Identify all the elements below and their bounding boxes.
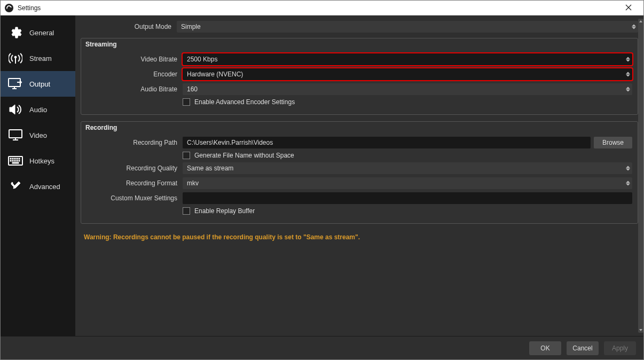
muxer-input[interactable] [183,192,632,204]
replay-buffer-checkbox[interactable]: Enable Replay Buffer [183,207,255,215]
close-icon [625,4,632,11]
recording-format-dropdown[interactable]: mkv [183,177,632,189]
sidebar-item-advanced[interactable]: Advanced [1,174,75,199]
recording-quality-value: Same as stream [187,165,233,172]
svg-rect-19 [17,160,18,161]
dropdown-chevrons-icon [626,181,630,186]
recording-quality-dropdown[interactable]: Same as stream [183,162,632,174]
svg-point-2 [14,56,17,58]
muxer-label: Custom Muxer Settings [87,194,183,202]
spinner-icon [626,57,630,62]
output-mode-label: Output Mode [81,23,177,30]
svg-rect-16 [10,160,11,161]
recording-path-label: Recording Path [87,139,183,146]
checkbox-icon [183,98,190,106]
sidebar-item-label: Advanced [29,183,60,191]
svg-rect-13 [14,158,15,159]
sidebar-item-audio[interactable]: Audio [1,97,75,122]
body: General Stream Output Audio Video Hotkey… [1,15,643,336]
recording-group: Recording Recording Path C:\Users\Kevin.… [81,121,638,224]
apply-button[interactable]: Apply [604,341,636,355]
filename-no-space-checkbox[interactable]: Generate File Name without Space [183,152,294,159]
sidebar-item-label: General [29,29,54,37]
warning-text: Warning: Recordings cannot be paused if … [81,230,638,244]
window-close-button[interactable] [618,3,639,13]
sidebar-item-video[interactable]: Video [1,122,75,148]
keyboard-icon [8,154,23,167]
svg-rect-14 [17,158,18,159]
encoder-dropdown[interactable]: Hardware (NVENC) [183,68,632,80]
output-icon [8,77,23,90]
streaming-group: Streaming Video Bitrate 2500 Kbps Encode… [81,38,638,115]
settings-window: Settings General Stream Output Audio [0,0,644,360]
recording-quality-label: Recording Quality [87,165,183,172]
advanced-encoder-text: Enable Advanced Encoder Settings [194,98,295,106]
streaming-title: Streaming [85,41,632,48]
video-bitrate-value: 2500 Kbps [187,56,217,63]
checkbox-icon [183,207,190,215]
dropdown-chevrons-icon [626,87,630,92]
recording-format-value: mkv [187,179,199,187]
recording-format-label: Recording Format [87,179,183,187]
encoder-value: Hardware (NVENC) [187,71,243,78]
scroll-area: Output Mode Simple Streaming Video Bitra… [75,15,643,336]
output-mode-row: Output Mode Simple [81,21,638,33]
dropdown-chevrons-icon [626,72,630,77]
svg-rect-20 [19,160,20,161]
svg-rect-21 [12,162,19,163]
recording-path-input[interactable]: C:\Users\Kevin.Parrish\Videos [183,137,591,148]
advanced-encoder-checkbox[interactable]: Enable Advanced Encoder Settings [183,98,295,106]
speaker-icon [8,103,23,116]
video-bitrate-label: Video Bitrate [87,56,183,63]
audio-bitrate-label: Audio Bitrate [87,85,183,93]
dropdown-chevrons-icon [626,166,630,171]
app-logo-icon [5,4,13,12]
video-bitrate-input[interactable]: 2500 Kbps [183,53,632,65]
recording-title: Recording [85,124,632,131]
recording-path-value: C:\Users\Kevin.Parrish\Videos [187,139,273,146]
sidebar-item-general[interactable]: General [1,20,75,45]
svg-rect-18 [14,160,15,161]
audio-bitrate-value: 160 [187,85,198,93]
sidebar-item-hotkeys[interactable]: Hotkeys [1,148,75,174]
sidebar-item-stream[interactable]: Stream [1,45,75,71]
replay-buffer-text: Enable Replay Buffer [194,207,255,215]
gear-icon [8,26,23,39]
footer: OK Cancel Apply [1,336,643,359]
sidebar-item-output[interactable]: Output [1,71,75,97]
encoder-label: Encoder [87,71,183,78]
output-mode-dropdown[interactable]: Simple [177,21,638,33]
svg-rect-11 [10,158,11,159]
svg-rect-7 [9,130,22,138]
svg-rect-17 [12,160,13,161]
sidebar-item-label: Hotkeys [29,157,54,165]
sidebar: General Stream Output Audio Video Hotkey… [1,15,75,336]
cancel-button[interactable]: Cancel [567,341,599,355]
dropdown-chevrons-icon [632,25,636,29]
vertical-scrollbar[interactable] [638,19,643,333]
filename-no-space-text: Generate File Name without Space [194,152,294,159]
ok-button[interactable]: OK [529,341,561,355]
broadcast-icon [8,52,23,65]
sidebar-item-label: Video [29,131,47,139]
content-area: Output Mode Simple Streaming Video Bitra… [75,15,643,336]
browse-button[interactable]: Browse [594,137,632,148]
monitor-icon [8,129,23,142]
titlebar: Settings [1,1,643,15]
sidebar-item-label: Audio [29,106,47,114]
svg-rect-15 [19,158,20,159]
sidebar-item-label: Output [29,80,50,88]
svg-rect-12 [12,158,13,159]
window-title: Settings [18,4,41,12]
sidebar-item-label: Stream [29,54,52,62]
audio-bitrate-dropdown[interactable]: 160 [183,83,632,95]
tools-icon [8,180,23,193]
output-mode-value: Simple [181,23,201,30]
checkbox-icon [183,152,190,159]
